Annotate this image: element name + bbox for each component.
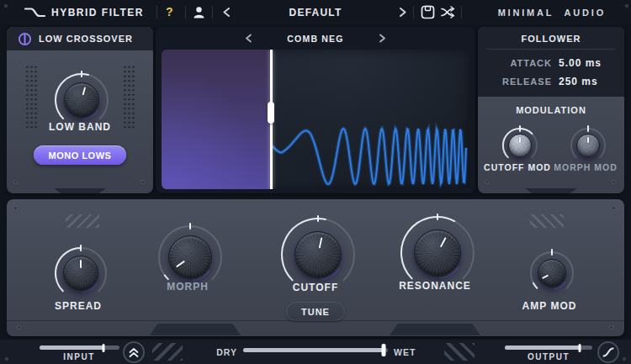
screw: [13, 180, 18, 184]
filter-response-display: [162, 50, 469, 189]
brand-name: MINIMAL AUDIO: [498, 8, 606, 18]
low-crossover-panel: LOW CROSSOVER LOW BAND MONO LOWS: [7, 27, 153, 193]
panel-notch: [54, 188, 106, 193]
resonance-label: RESONANCE: [393, 280, 477, 292]
low-crossover-title: LOW CROSSOVER: [39, 34, 133, 44]
divider: [413, 6, 414, 18]
plugin-title: HYBRID FILTER: [51, 7, 144, 18]
main-controls-panel: SPREAD MORPH CUTOFF TUNE RESONANCE: [7, 199, 624, 336]
follower-panel: FOLLOWER ATTACK 5.00 ms RELEASE 250 ms M…: [478, 27, 624, 193]
input-slider-label: INPUT: [37, 352, 121, 361]
panel-notch: [525, 188, 577, 193]
input-slider[interactable]: [40, 346, 119, 350]
panel-bottom-strip: [7, 320, 624, 336]
help-button[interactable]: ?: [166, 5, 173, 18]
screw: [4, 4, 8, 8]
tune-button[interactable]: TUNE: [286, 302, 345, 321]
mono-lows-button[interactable]: MONO LOWS: [34, 145, 126, 165]
prev-preset-icon[interactable]: [222, 7, 231, 18]
release-label: RELEASE: [490, 76, 552, 87]
screw: [5, 357, 8, 361]
brand-logo-icon: [24, 6, 46, 18]
low-band-region: [162, 50, 272, 189]
hatch-decoration: [530, 214, 564, 228]
hatch-decoration: [444, 343, 475, 361]
follower-title: FOLLOWER: [478, 34, 624, 44]
next-preset-icon[interactable]: [399, 7, 407, 18]
dry-label: DRY: [207, 347, 237, 357]
morph-mod-label: MORPH MOD: [548, 162, 623, 172]
attack-label: ATTACK: [490, 58, 552, 68]
spread-knob[interactable]: [50, 243, 111, 303]
hatch-decoration: [152, 343, 183, 361]
low-crossover-header: LOW CROSSOVER: [7, 27, 153, 50]
hatch-decoration: [66, 214, 99, 228]
dry-wet-slider[interactable]: [243, 348, 388, 352]
screw: [17, 325, 21, 330]
panel-notch: [150, 324, 241, 335]
amp-mod-label: AMP MOD: [507, 300, 591, 312]
soft-clip-curve-icon: [602, 346, 615, 359]
next-filter-type-icon[interactable]: [379, 34, 386, 43]
follower-section: FOLLOWER ATTACK 5.00 ms RELEASE 250 ms: [478, 27, 624, 97]
morph-label: MORPH: [146, 281, 230, 293]
prev-filter-type-icon[interactable]: [245, 34, 252, 43]
screw: [625, 4, 628, 8]
screw: [141, 180, 145, 184]
screw: [609, 325, 613, 330]
plugin-window: HYBRID FILTER ? DEFAULT MINIMAL AUDIO: [0, 0, 631, 364]
titlebar: HYBRID FILTER ? DEFAULT MINIMAL AUDIO: [0, 0, 631, 24]
double-chevron-up-icon: [128, 347, 140, 358]
preset-name[interactable]: DEFAULT: [252, 7, 379, 18]
randomize-icon[interactable]: [440, 5, 456, 19]
filter-type-selector[interactable]: COMB NEG: [252, 34, 379, 44]
user-account-icon[interactable]: [192, 5, 206, 19]
filter-display-panel: COMB NEG: [156, 27, 475, 193]
spread-label: SPREAD: [36, 300, 120, 312]
divider: [461, 6, 462, 18]
save-preset-icon[interactable]: [421, 5, 435, 19]
io-bar: INPUT DRY WET OUTPUT: [0, 340, 631, 364]
attack-value[interactable]: 5.00 ms: [559, 57, 602, 69]
release-value[interactable]: 250 ms: [559, 76, 598, 87]
cutoff-mod-label: CUTOFF MOD: [480, 162, 555, 172]
power-icon[interactable]: [18, 32, 32, 46]
screw: [623, 357, 626, 361]
output-slider-label: OUTPUT: [496, 352, 601, 361]
divider: [486, 49, 616, 50]
crossover-handle[interactable]: [268, 102, 274, 124]
screw: [612, 180, 616, 184]
screw: [612, 206, 616, 210]
divider: [185, 6, 186, 18]
soft-clip-button[interactable]: [597, 341, 619, 363]
panel-notch: [390, 324, 480, 335]
cutoff-label: CUTOFF: [273, 282, 358, 293]
screw: [485, 180, 489, 184]
amp-mod-knob[interactable]: [526, 247, 578, 299]
wet-label: WET: [394, 347, 424, 357]
low-band-label: LOW BAND: [29, 121, 130, 133]
collapse-button[interactable]: [123, 341, 145, 363]
divider: [156, 6, 157, 18]
morph-mod-knob[interactable]: [566, 124, 610, 167]
modulation-title: MODULATION: [478, 105, 624, 115]
cutoff-mod-knob[interactable]: [498, 124, 542, 167]
output-slider[interactable]: [505, 346, 592, 350]
divider: [212, 6, 213, 18]
screw: [13, 206, 18, 210]
